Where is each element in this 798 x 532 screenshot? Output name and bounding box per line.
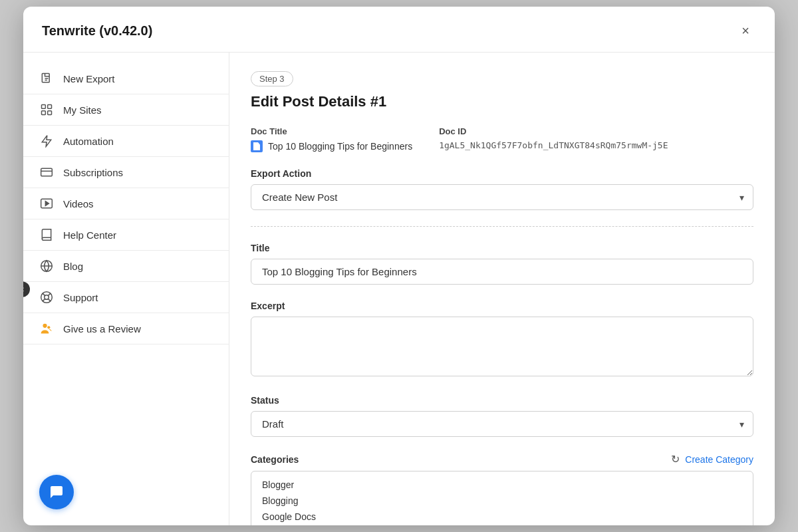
sidebar-label-subscriptions: Subscriptions	[63, 167, 123, 178]
status-wrapper: Draft Published Scheduled ▾	[251, 411, 753, 437]
svg-point-20	[47, 326, 50, 329]
categories-section: Categories ↻ Create Category Blogger	[251, 453, 753, 525]
categories-actions: ↻ Create Category	[671, 453, 753, 466]
book-icon	[39, 227, 54, 242]
modal-header: Tenwrite (v0.42.0) ×	[23, 7, 775, 53]
categories-list[interactable]: Blogger Blogging Google Docs SEO	[251, 471, 753, 525]
svg-point-14	[45, 295, 49, 300]
sidebar-item-support[interactable]: Support	[23, 282, 229, 313]
doc-id-label: Doc ID	[439, 126, 668, 136]
sidebar-item-my-sites[interactable]: My Sites	[23, 94, 229, 126]
title-input[interactable]	[251, 259, 753, 285]
export-action-wrapper: Create New Post Update Existing Post ▾	[251, 184, 753, 210]
sidebar-label-my-sites: My Sites	[63, 104, 102, 116]
modal: Tenwrite (v0.42.0) × New Ex	[23, 7, 775, 525]
sidebar-item-help-center[interactable]: Help Center	[23, 219, 229, 251]
sidebar-label-help-center: Help Center	[63, 229, 116, 241]
doc-title-value-row: Top 10 Blogging Tips for Beginners	[251, 140, 412, 152]
title-section: Title	[251, 243, 753, 285]
svg-line-17	[48, 293, 51, 296]
sidebar-label-videos: Videos	[63, 198, 94, 209]
status-select[interactable]: Draft Published Scheduled	[251, 411, 753, 437]
status-label: Status	[251, 395, 753, 406]
sidebar-item-blog[interactable]: Blog	[23, 251, 229, 282]
categories-label: Categories	[251, 454, 299, 465]
sidebar-label-new-export: New Export	[63, 73, 115, 84]
category-item-blogger[interactable]: Blogger	[251, 477, 753, 493]
sidebar-label-blog: Blog	[63, 261, 83, 272]
title-label: Title	[251, 243, 753, 253]
refresh-categories-button[interactable]: ↻	[671, 453, 680, 466]
sidebar-item-videos[interactable]: Videos	[23, 188, 229, 219]
review-icon	[39, 321, 54, 336]
doc-title-label: Doc Title	[251, 126, 412, 136]
step-badge: Step 3	[251, 71, 293, 86]
excerpt-section: Excerpt	[251, 301, 753, 379]
categories-header: Categories ↻ Create Category	[251, 453, 753, 466]
svg-rect-5	[42, 111, 46, 115]
card-icon	[39, 165, 54, 180]
excerpt-textarea[interactable]	[251, 317, 753, 376]
globe-icon	[39, 259, 54, 273]
doc-id-col: Doc ID 1gAL5_Nk1QGf57F7obfn_LdTNXGT84sRQ…	[439, 126, 668, 152]
svg-rect-3	[42, 105, 46, 109]
file-export-icon	[39, 71, 54, 86]
sidebar-item-subscriptions[interactable]: Subscriptions	[23, 157, 229, 188]
categories-box: Blogger Blogging Google Docs SEO	[251, 471, 753, 525]
modal-body: New Export My Sites	[23, 53, 775, 525]
category-item-seo[interactable]: SEO	[251, 525, 753, 525]
doc-meta: Doc Title Top 10 Blogging Tips for Begin…	[251, 126, 753, 152]
lightning-icon	[39, 134, 54, 148]
excerpt-label: Excerpt	[251, 301, 753, 311]
doc-title-col: Doc Title Top 10 Blogging Tips for Begin…	[251, 126, 412, 152]
grid-icon	[39, 102, 54, 117]
export-action-label: Export Action	[251, 168, 753, 179]
svg-rect-6	[48, 111, 52, 115]
doc-title-value: Top 10 Blogging Tips for Beginners	[268, 141, 412, 152]
category-item-blogging[interactable]: Blogging	[251, 493, 753, 509]
modal-title: Tenwrite (v0.42.0)	[42, 23, 152, 39]
svg-line-16	[48, 299, 51, 301]
create-category-button[interactable]: Create Category	[685, 454, 753, 465]
sidebar-label-review: Give us a Review	[63, 323, 141, 334]
category-item-google-docs[interactable]: Google Docs	[251, 509, 753, 525]
doc-id-value: 1gAL5_Nk1QGf57F7obfn_LdTNXGT84sRQm75rmwM…	[439, 140, 668, 150]
close-button[interactable]: ×	[735, 20, 756, 41]
main-content: Step 3 Edit Post Details #1 Doc Title To…	[229, 53, 775, 525]
svg-rect-0	[42, 74, 49, 82]
create-category-label: Create Category	[685, 454, 753, 465]
modal-overlay: Tenwrite (v0.42.0) × New Ex	[0, 0, 798, 532]
chat-button[interactable]	[39, 475, 74, 509]
play-icon	[39, 196, 54, 211]
svg-line-18	[43, 299, 45, 301]
svg-rect-4	[48, 105, 52, 109]
export-action-select[interactable]: Create New Post Update Existing Post	[251, 184, 753, 210]
sidebar-label-automation: Automation	[63, 136, 114, 147]
status-section: Status Draft Published Scheduled ▾	[251, 395, 753, 437]
content-scroll-area[interactable]: Step 3 Edit Post Details #1 Doc Title To…	[229, 53, 775, 525]
export-action-section: Export Action Create New Post Update Exi…	[251, 168, 753, 210]
sidebar: New Export My Sites	[23, 53, 229, 525]
svg-line-15	[43, 293, 45, 296]
section-title: Edit Post Details #1	[251, 93, 753, 110]
section-divider	[251, 226, 753, 227]
sidebar-label-support: Support	[63, 292, 98, 303]
sidebar-item-automation[interactable]: Automation	[23, 126, 229, 157]
support-icon	[39, 290, 54, 305]
google-doc-icon	[251, 140, 263, 152]
sidebar-item-new-export[interactable]: New Export	[23, 63, 229, 94]
svg-rect-7	[41, 168, 53, 176]
svg-marker-10	[45, 201, 49, 206]
sidebar-item-review[interactable]: Give us a Review	[23, 313, 229, 344]
